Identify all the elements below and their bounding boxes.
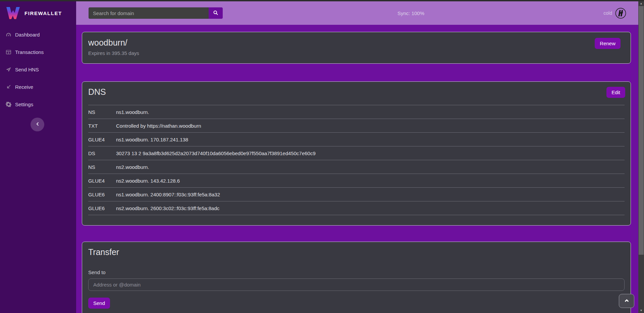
sidebar-item-settings[interactable]: Settings (0, 96, 76, 113)
receive-icon (6, 84, 11, 90)
firewallet-logo-icon (5, 6, 21, 20)
domain-card: woodburn/ Expires in 395.35 days Renew (82, 32, 631, 64)
dns-record-row: DS 30273 13 2 9a3a8fb3d625d2a2073d740f10… (88, 146, 625, 160)
dns-record-type: TXT (88, 123, 116, 129)
dns-record-row: TXT Controlled by https://nathan.woodbur… (88, 119, 625, 133)
scrollbar-thumb[interactable] (639, 6, 644, 255)
sidebar-collapse-button[interactable] (31, 118, 44, 131)
sidebar-item-label: Transactions (15, 49, 44, 55)
page-scrollbar[interactable]: ▲ ▼ (638, 1, 644, 313)
search-input[interactable] (89, 7, 209, 19)
dns-record-value: ns1.woodburn. 170.187.241.138 (116, 137, 625, 142)
dns-record-type: NS (88, 164, 116, 170)
chevron-up-icon (624, 298, 630, 304)
dns-card: DNS Edit NS ns1.woodburn. TXT Controlled… (82, 81, 631, 226)
transfer-title: Transfer (88, 247, 625, 257)
dns-record-value: ns2.woodburn. 2600:3c02::f03c:93ff:fe5a:… (116, 205, 625, 211)
dns-record-row: NS ns1.woodburn. (88, 105, 625, 119)
gauge-icon (6, 32, 11, 38)
wallet-indicator: cold (603, 1, 626, 25)
domain-expiry: Expires in 395.35 days (88, 50, 625, 56)
transfer-card: Transfer Send to Send (82, 242, 631, 313)
edit-dns-button[interactable]: Edit (606, 87, 625, 98)
dns-record-value: ns1.woodburn. 2400:8907::f03c:93ff:fe5a:… (116, 192, 625, 197)
chevron-left-icon (35, 121, 40, 128)
dns-record-row: GLUE6 ns2.woodburn. 2600:3c02::f03c:93ff… (88, 201, 625, 215)
dns-record-row: GLUE6 ns1.woodburn. 2400:8907::f03c:93ff… (88, 188, 625, 201)
sidebar-item-receive[interactable]: Receive (0, 78, 76, 96)
send-button[interactable]: Send (88, 298, 110, 309)
dns-record-type: DS (88, 150, 116, 156)
dns-record-value: ns2.woodburn. (116, 164, 625, 170)
topbar: Sync: 100% cold (76, 1, 638, 25)
sidebar-item-label: Receive (15, 84, 33, 90)
sidebar-item-transactions[interactable]: Transactions (0, 43, 76, 61)
dns-record-value: ns1.woodburn. (116, 109, 625, 115)
send-icon (6, 67, 11, 72)
dns-record-type: GLUE4 (88, 178, 116, 184)
sidebar-item-send-hns[interactable]: Send HNS (0, 61, 76, 78)
dns-record-value: 30273 13 2 9a3a8fb3d625d2a2073d740f10da6… (116, 150, 625, 156)
search-button[interactable] (209, 7, 223, 19)
dns-title: DNS (88, 87, 625, 97)
gear-icon (6, 102, 11, 107)
table-icon (6, 49, 11, 55)
dns-record-row: GLUE4 ns2.woodburn. 143.42.128.6 (88, 174, 625, 188)
scrollbar-up-arrow-icon[interactable]: ▲ (638, 1, 644, 6)
dns-record-value: Controlled by https://nathan.woodburn (116, 123, 625, 129)
sidebar-nav: Dashboard Transactions Send HNS Receive … (0, 26, 76, 113)
scroll-to-top-button[interactable] (619, 294, 634, 308)
renew-button[interactable]: Renew (595, 38, 621, 49)
dns-record-row: GLUE4 ns1.woodburn. 170.187.241.138 (88, 133, 625, 146)
dns-record-row: NS ns2.woodburn. (88, 160, 625, 174)
window-top-edge (0, 0, 644, 1)
handshake-logo-icon[interactable] (615, 8, 626, 19)
main-content: woodburn/ Expires in 395.35 days Renew D… (76, 25, 638, 313)
dns-record-type: NS (88, 109, 116, 115)
sidebar-item-label: Dashboard (15, 32, 40, 38)
sidebar-item-label: Settings (15, 102, 33, 107)
dns-record-type: GLUE4 (88, 137, 116, 142)
dns-records-table: NS ns1.woodburn. TXT Controlled by https… (88, 105, 625, 215)
dns-record-type: GLUE6 (88, 192, 116, 197)
sidebar-item-label: Send HNS (15, 67, 39, 72)
logo-row: FIREWALLET (0, 1, 76, 23)
sidebar: FIREWALLET Dashboard Transactions Send H… (0, 1, 76, 313)
send-to-label: Send to (88, 269, 625, 275)
dns-record-value: ns2.woodburn. 143.42.128.6 (116, 178, 625, 184)
sync-status: Sync: 100% (397, 1, 424, 25)
search-icon (213, 10, 218, 16)
app-title: FIREWALLET (24, 10, 62, 16)
wallet-name: cold (603, 10, 612, 16)
domain-search (89, 7, 223, 19)
sidebar-item-dashboard[interactable]: Dashboard (0, 26, 76, 43)
dns-record-type: GLUE6 (88, 205, 116, 211)
transfer-address-input[interactable] (88, 278, 625, 291)
domain-title: woodburn/ (88, 38, 625, 48)
scrollbar-down-arrow-icon[interactable]: ▼ (638, 308, 644, 313)
